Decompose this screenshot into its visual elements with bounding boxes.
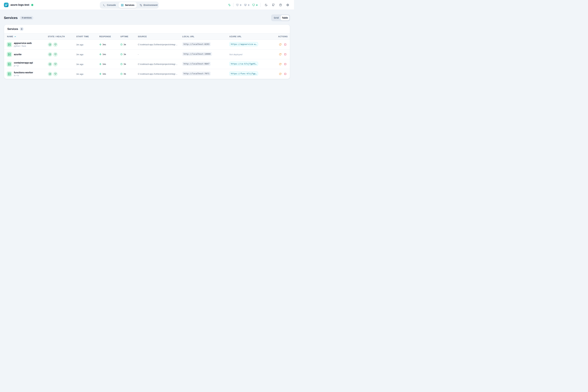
server-icon — [7, 52, 12, 57]
page-title: Services — [4, 15, 18, 21]
state-running-badge — [48, 42, 52, 47]
main-content: Services 4 services Grid Table Services … — [0, 14, 294, 79]
service-runtime: js • js — [14, 64, 33, 67]
stat-healthy: 4 — [252, 4, 258, 6]
stat-healthy-count: 4 — [256, 4, 258, 6]
server-icon — [7, 62, 12, 67]
health-healthy-badge — [53, 52, 58, 56]
status-dot — [32, 4, 33, 6]
tab-environment[interactable]: Environment — [137, 2, 160, 8]
view-toggle: Grid Table — [271, 14, 290, 21]
clock-icon — [120, 63, 122, 65]
github-button[interactable] — [272, 4, 275, 6]
stop-service-button[interactable] — [284, 44, 286, 46]
azure-url-link[interactable]: https://appservice-w… — [229, 42, 258, 46]
azure-url-link[interactable]: https://ca-k7zjfgph5… — [229, 62, 258, 66]
column-header-uptime[interactable]: UPTIME — [118, 34, 135, 40]
clock-icon — [120, 73, 122, 75]
column-header-local-url[interactable]: LOCAL URL — [180, 34, 227, 40]
zap-icon — [99, 53, 102, 55]
top-right-controls: 0 0 4 — [228, 0, 289, 10]
local-url[interactable]: http://localhost:7071 — [182, 72, 211, 76]
local-url[interactable]: http://localhost:9847 — [182, 62, 211, 66]
local-url[interactable]: http://localhost:10000 — [182, 52, 212, 56]
column-header-state[interactable]: STATE / HEALTH — [45, 34, 74, 40]
uptime: 3m — [124, 63, 126, 65]
heart-icon — [54, 44, 56, 46]
service-name: appservice-web — [14, 42, 32, 44]
tab-console-label: Console — [107, 4, 116, 6]
azure-status: Not deployed — [229, 53, 242, 56]
service-row: functions-worker ts • ts 3m ago 1m — [4, 69, 290, 79]
state-running-badge — [48, 52, 52, 56]
activity-icon — [228, 4, 231, 6]
stat-unhealthy: 0 — [236, 4, 241, 6]
service-runtime: ts • ts — [14, 74, 33, 77]
stop-service-button[interactable] — [284, 63, 286, 65]
restart-icon — [279, 73, 282, 75]
service-row: containerapp-api js • js 3m ago 1m — [4, 59, 290, 69]
settings-icon — [286, 4, 289, 6]
settings-sliders-icon — [140, 4, 142, 6]
source-path: C:\code\azd-app-2\cli\tests\projects\int… — [138, 73, 180, 75]
uptime: 3m — [124, 43, 126, 46]
stop-service-button[interactable] — [284, 53, 286, 55]
heart-pulse-icon — [244, 4, 247, 6]
zap-icon — [99, 44, 102, 46]
server-icon — [7, 42, 12, 47]
table-body: appservice-web python • flask 3m ago — [4, 40, 290, 79]
zap-icon — [99, 73, 102, 75]
service-name: containerapp-api — [14, 61, 33, 64]
stop-service-button[interactable] — [284, 73, 286, 75]
heart-icon — [252, 4, 255, 6]
start-time: 3m ago — [76, 53, 83, 56]
restart-icon — [279, 43, 282, 46]
theme-toggle-button[interactable] — [265, 4, 268, 6]
restart-service-button[interactable] — [279, 63, 282, 65]
sort-asc-icon — [14, 36, 16, 38]
uptime: 3m — [124, 73, 126, 75]
service-row: appservice-web python • flask 3m ago — [4, 40, 290, 50]
column-header-azure-url[interactable]: AZURE URL — [227, 34, 270, 40]
source-path: - — [138, 53, 180, 56]
circle-check-icon — [49, 44, 51, 46]
restart-service-button[interactable] — [279, 73, 282, 75]
restart-service-button[interactable] — [279, 53, 282, 56]
tab-console[interactable]: Console — [100, 2, 118, 8]
column-header-actions: ACTIONS — [270, 34, 290, 40]
stat-unhealthy-count: 0 — [240, 4, 241, 6]
github-icon — [272, 4, 275, 6]
heart-icon — [54, 63, 56, 65]
services-count-badge: 4 services — [20, 16, 33, 20]
rocket-icon — [5, 4, 8, 6]
column-header-name[interactable]: NAME — [4, 34, 45, 40]
circle-check-icon — [49, 53, 51, 56]
help-button[interactable] — [279, 4, 282, 6]
zap-icon — [99, 63, 102, 65]
settings-button[interactable] — [286, 4, 289, 6]
column-header-response[interactable]: RESPONSE — [97, 34, 118, 40]
health-healthy-badge — [53, 62, 58, 66]
column-header-start-time[interactable]: START TIME — [74, 34, 97, 40]
grid-view-button[interactable]: Grid — [272, 15, 280, 20]
source-path: C:\code\azd-app-2\cli\tests\projects\int… — [138, 44, 180, 46]
app-logo — [4, 2, 8, 7]
restart-icon — [279, 53, 282, 56]
azure-url-link[interactable]: https://func-k7zjfgp… — [229, 72, 258, 76]
column-header-source[interactable]: SOURCE — [135, 34, 180, 40]
brand: azure-logs-test — [4, 0, 33, 10]
table-view-button[interactable]: Table — [280, 15, 289, 20]
table-header-row: NAME STATE / HEALTH START TIME RESPONSE … — [4, 34, 290, 40]
divider — [233, 3, 234, 7]
health-stats: 0 0 4 — [236, 4, 258, 6]
main-nav: Console Services Environment — [100, 2, 159, 9]
moon-icon — [265, 4, 268, 6]
response-time: 1ms — [102, 53, 106, 56]
app-title: azure-logs-test — [10, 4, 29, 6]
tab-services[interactable]: Services — [118, 2, 137, 8]
stop-icon — [284, 44, 286, 46]
health-healthy-badge — [53, 72, 58, 76]
response-time: 1ms — [102, 73, 106, 75]
local-url[interactable]: http://localhost:8293 — [182, 42, 211, 46]
restart-service-button[interactable] — [279, 43, 282, 46]
